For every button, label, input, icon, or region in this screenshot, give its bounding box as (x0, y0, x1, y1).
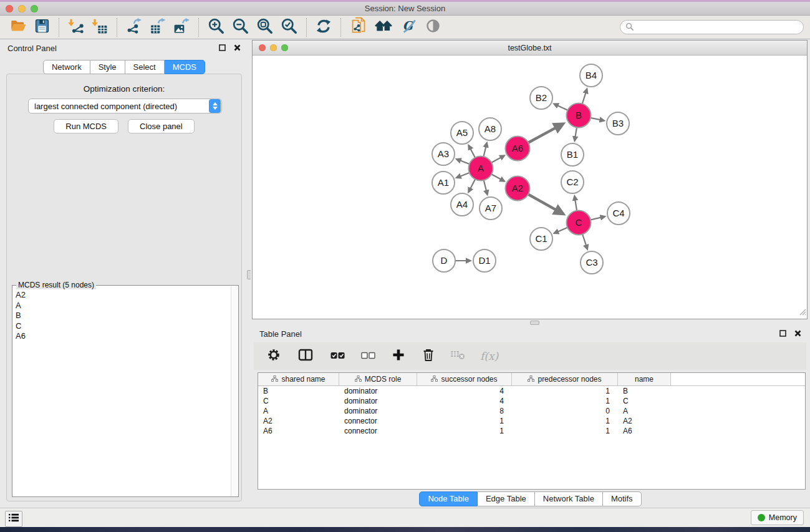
divider-grip[interactable] (530, 321, 539, 325)
delete-column-button[interactable] (417, 345, 440, 367)
mcds-result-item[interactable]: B (16, 311, 228, 321)
home-button[interactable] (370, 17, 397, 37)
show-hide-graphics-button[interactable] (421, 17, 445, 37)
select-all-columns-button[interactable] (325, 345, 350, 367)
table-cell[interactable]: 4 (417, 396, 512, 406)
result-scrollbar[interactable] (231, 286, 238, 496)
tab-network[interactable]: Network (43, 60, 90, 74)
graph-node-A[interactable]: A (469, 157, 493, 181)
table-row[interactable]: Cdominator41C (258, 396, 805, 406)
graph-node-B2[interactable]: B2 (530, 87, 552, 109)
zoom-in-button[interactable] (204, 17, 228, 37)
table-cell[interactable]: dominator (339, 396, 417, 406)
mcds-result-list[interactable]: A2ABCA6 (13, 286, 230, 496)
graph-node-B4[interactable]: B4 (580, 64, 602, 87)
table-cell[interactable]: dominator (339, 406, 417, 416)
close-panel-icon[interactable] (794, 328, 801, 339)
window-resize-grip[interactable] (798, 307, 806, 318)
mcds-result-item[interactable]: A (16, 301, 228, 311)
table-cell[interactable]: 4 (417, 386, 512, 396)
network-canvas[interactable]: B4B2BB3A8A5A6A3B1AC2A1A2A4A7C4CC1C3DD1 (253, 56, 807, 319)
table-cell[interactable]: C (258, 396, 339, 406)
graph-node-A7[interactable]: A7 (480, 197, 502, 220)
tab-mcds[interactable]: MCDS (165, 60, 205, 74)
memory-button[interactable]: Memory (751, 510, 804, 525)
window-titlebar[interactable]: Session: New Session (0, 2, 810, 16)
graph-node-C3[interactable]: C3 (581, 251, 603, 274)
new-network-from-selection-button[interactable] (346, 17, 370, 37)
export-network-button[interactable] (122, 17, 146, 37)
float-panel-icon[interactable] (219, 42, 226, 54)
table-settings-button[interactable] (261, 345, 286, 367)
table-cell[interactable]: C (618, 396, 671, 406)
column-header-MCDS-role[interactable]: MCDS role (339, 373, 417, 385)
table-cell[interactable]: 1 (417, 416, 512, 426)
graph-node-A1[interactable]: A1 (432, 172, 455, 194)
mcds-result-item[interactable]: A2 (16, 290, 228, 301)
graph-node-C2[interactable]: C2 (561, 171, 584, 193)
graph-node-C4[interactable]: C4 (607, 202, 630, 225)
table-cell[interactable]: 1 (417, 426, 512, 436)
close-panel-button[interactable]: Close panel (128, 119, 195, 133)
toggle-details-button[interactable]: G (397, 17, 421, 37)
deselect-all-columns-button[interactable] (355, 345, 381, 367)
mcds-result-item[interactable]: A6 (16, 331, 228, 342)
table-cell[interactable]: 1 (512, 426, 618, 436)
graph-node-B1[interactable]: B1 (561, 143, 584, 166)
task-history-button[interactable] (5, 511, 22, 527)
table-cell[interactable]: connector (339, 416, 417, 426)
column-header-predecessor-nodes[interactable]: predecessor nodes (512, 373, 618, 385)
table-cell[interactable]: A6 (258, 426, 339, 436)
panel-divider-horizontal[interactable] (251, 320, 810, 325)
table-cell[interactable]: A6 (618, 426, 671, 436)
tab-motifs[interactable]: Motifs (603, 491, 642, 506)
tab-edge-table[interactable]: Edge Table (478, 491, 535, 506)
graph-node-B3[interactable]: B3 (607, 112, 629, 135)
tab-network-table[interactable]: Network Table (535, 491, 603, 506)
tab-node-table[interactable]: Node Table (419, 491, 478, 506)
table-cell[interactable]: A (618, 406, 671, 416)
table-cell[interactable]: B (618, 386, 671, 396)
delete-table-button[interactable] (445, 345, 471, 367)
graph-node-A4[interactable]: A4 (451, 193, 473, 216)
zoom-fit-button[interactable] (253, 17, 277, 37)
column-header-shared-name[interactable]: shared name (258, 373, 339, 385)
table-row[interactable]: Adominator80A (258, 406, 805, 416)
table-cell[interactable]: 1 (512, 416, 618, 426)
graph-node-A2[interactable]: A2 (506, 177, 530, 201)
mcds-result-item[interactable]: C (16, 321, 228, 332)
import-network-button[interactable] (64, 17, 88, 37)
graph-node-A6[interactable]: A6 (506, 137, 530, 161)
column-header-name[interactable]: name (618, 373, 671, 385)
table-cell[interactable]: dominator (339, 386, 417, 396)
table-cell[interactable]: 1 (512, 396, 618, 406)
show-column-button[interactable] (292, 345, 319, 367)
table-row[interactable]: A6connector11A6 (258, 426, 805, 436)
graph-node-C1[interactable]: C1 (530, 228, 552, 250)
zoom-out-button[interactable] (228, 17, 253, 37)
export-table-button[interactable] (146, 17, 170, 37)
run-mcds-button[interactable]: Run MCDS (54, 119, 118, 133)
graph-node-D[interactable]: D (433, 249, 455, 272)
graph-node-B[interactable]: B (567, 104, 591, 128)
save-session-button[interactable] (31, 17, 54, 37)
create-column-button[interactable] (387, 345, 410, 367)
table-row[interactable]: A2connector11A2 (258, 416, 805, 426)
graph-node-C[interactable]: C (567, 211, 591, 235)
table-cell[interactable]: A2 (258, 416, 339, 426)
table-cell[interactable]: 8 (417, 406, 512, 416)
table-cell[interactable]: 1 (512, 386, 618, 396)
search-field[interactable] (620, 20, 804, 34)
column-header-successor-nodes[interactable]: successor nodes (417, 373, 512, 385)
apply-layout-button[interactable] (312, 17, 335, 37)
export-image-button[interactable] (170, 17, 193, 37)
tab-select[interactable]: Select (125, 60, 165, 74)
network-window-titlebar[interactable]: testGlobe.txt (253, 41, 807, 56)
table-cell[interactable]: B (258, 386, 339, 396)
graph-node-D1[interactable]: D1 (473, 249, 496, 272)
float-panel-icon[interactable] (779, 328, 786, 339)
function-builder-button[interactable]: f(x) (475, 345, 504, 367)
table-cell[interactable]: 0 (512, 406, 618, 416)
tab-style[interactable]: Style (90, 60, 125, 74)
table-row[interactable]: Bdominator41B (258, 386, 805, 396)
